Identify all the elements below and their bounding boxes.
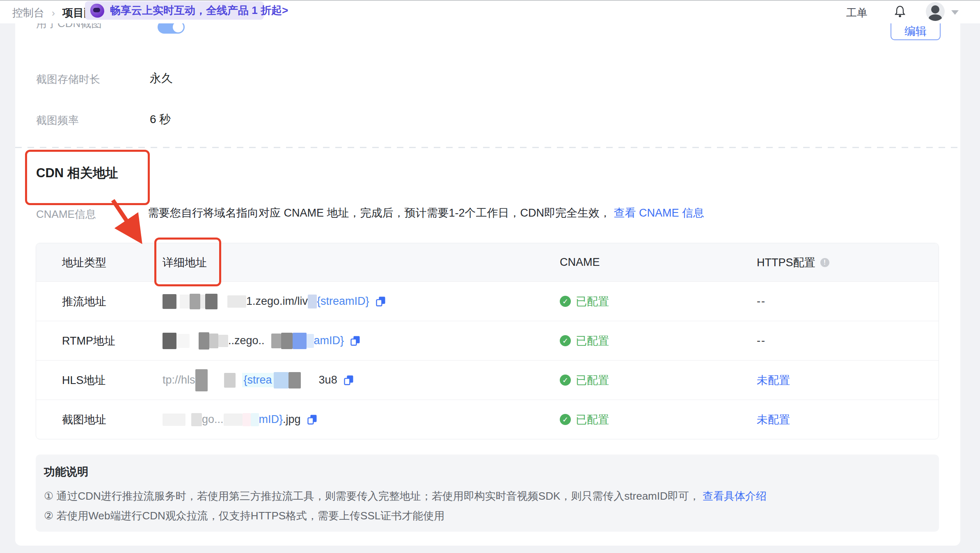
table-row: RTMP地址 ..zego.. amID} ✓已配置 --: [36, 321, 939, 360]
view-cname-link[interactable]: 查看 CNAME 信息: [614, 207, 705, 219]
mascot-icon: [90, 4, 104, 18]
copy-icon[interactable]: [375, 296, 387, 307]
redaction-block: [199, 332, 209, 350]
notes-line-2: ② 若使用Web端进行CDN观众拉流，仅支持HTTPS格式，需要上传SSL证书才…: [44, 509, 444, 523]
url-fragment: tp://hls: [163, 374, 195, 386]
row-detail-url: 1.zego.im/liv {streamID}: [137, 294, 534, 309]
redaction-block: [209, 334, 218, 348]
row-cname-status: ✓已配置: [534, 294, 731, 309]
redaction-block: [163, 414, 185, 426]
setting-value-storage-duration: 永久: [150, 71, 173, 86]
dashed-divider: [15, 147, 960, 148]
redaction-block: [243, 413, 251, 426]
view-details-link[interactable]: 查看具体介绍: [703, 490, 767, 502]
https-configure-link[interactable]: 未配置: [757, 373, 790, 388]
redaction-block: [180, 295, 190, 308]
info-exclamation-icon[interactable]: !: [820, 258, 829, 267]
row-type: RTMP地址: [36, 334, 137, 348]
redaction-block: [251, 413, 259, 426]
header-https-config: HTTPS配置 !: [731, 255, 939, 270]
row-type: 截图地址: [36, 412, 137, 427]
cname-desc-text: 需要您自行将域名指向对应 CNAME 地址，完成后，预计需要1-2个工作日，CD…: [148, 207, 611, 219]
redaction-block: [163, 333, 176, 349]
url-tail: 3u8: [319, 374, 337, 386]
table-header-row: 地址类型 详细地址 CNAME HTTPS配置 !: [36, 243, 939, 281]
header-cname: CNAME: [534, 256, 731, 269]
setting-value-screenshot-frequency: 6 秒: [150, 112, 171, 127]
header-detail-address: 详细地址: [137, 255, 534, 270]
promo-banner-arrow: >: [282, 4, 288, 17]
table-row: 推流地址 1.zego.im/liv {streamID} ✓已配置 --: [36, 281, 939, 321]
copy-icon[interactable]: [307, 414, 318, 425]
row-detail-url: go... mID} .jpg: [137, 413, 534, 426]
redaction-block: [190, 294, 200, 309]
avatar[interactable]: [926, 2, 945, 21]
table-row: 截图地址 go... mID} .jpg ✓已配置 未配置: [36, 400, 939, 439]
row-type: HLS地址: [36, 373, 137, 388]
url-stream-var: {strea: [242, 373, 274, 387]
feature-notes-box: 功能说明 ① 通过CDN进行推拉流服务时，若使用第三方推拉流工具，则需要传入完整…: [36, 455, 939, 532]
green-check-icon: ✓: [560, 414, 571, 425]
header-address-type: 地址类型: [36, 255, 137, 270]
redaction-block: [176, 334, 190, 348]
row-https-status: --: [731, 334, 939, 347]
redaction-block: [224, 414, 243, 426]
redaction-block: [308, 295, 317, 308]
redaction-block: [289, 372, 301, 388]
promo-banner-text: 畅享云上实时互动，全线产品 1 折起: [110, 3, 282, 18]
copy-icon[interactable]: [350, 335, 361, 347]
redaction-block: [218, 335, 228, 347]
url-fragment: go...: [202, 413, 224, 426]
cname-description: 需要您自行将域名指向对应 CNAME 地址，完成后，预计需要1-2个工作日，CD…: [148, 206, 704, 220]
row-cname-status: ✓已配置: [534, 412, 731, 427]
redaction-block: [163, 294, 176, 309]
row-detail-url: tp://hls {strea 3u8: [137, 369, 534, 391]
setting-label-screenshot-frequency: 截图频率: [36, 113, 79, 128]
green-check-icon: ✓: [560, 335, 571, 346]
https-configure-link[interactable]: 未配置: [757, 412, 790, 427]
breadcrumb-console[interactable]: 控制台: [12, 6, 44, 20]
notes-line-1: ① 通过CDN进行推拉流服务时，若使用第三方推拉流工具，则需要传入完整地址；若使…: [44, 489, 767, 503]
avatar-head: [931, 5, 939, 14]
redaction-block: [191, 413, 202, 426]
redaction-block: [293, 333, 307, 349]
notification-bell-icon[interactable]: [893, 5, 907, 19]
url-tail: .jpg: [283, 413, 301, 426]
table-row: HLS地址 tp://hls {strea 3u8 ✓已配置 未配置: [36, 360, 939, 400]
row-type: 推流地址: [36, 294, 137, 309]
url-fragment: 1.zego.im/liv: [246, 295, 308, 308]
redaction-block: [227, 295, 246, 308]
notes-title: 功能说明: [44, 464, 88, 479]
setting-label-storage-duration: 截图存储时长: [36, 72, 100, 87]
green-check-icon: ✓: [560, 296, 571, 307]
chevron-right-icon: ›: [52, 7, 55, 19]
avatar-body: [929, 14, 942, 21]
row-detail-url: ..zego.. amID}: [137, 332, 534, 350]
redaction-block: [195, 369, 208, 391]
redaction-block: [200, 295, 205, 308]
chevron-down-icon[interactable]: [951, 10, 959, 15]
url-stream-var: mID}: [259, 413, 283, 426]
promo-banner[interactable]: 畅享云上实时互动，全线产品 1 折起 >: [85, 1, 264, 20]
topbar: 控制台 › 项目配置 畅享云上实时互动，全线产品 1 折起 > 工单: [0, 0, 980, 23]
url-fragment: ..zego..: [228, 334, 265, 347]
row-cname-status: ✓已配置: [534, 373, 731, 388]
redaction-block: [271, 334, 281, 348]
cdn-section-title: CDN 相关地址: [36, 165, 118, 182]
green-check-icon: ✓: [560, 375, 571, 386]
redaction-block: [281, 333, 293, 349]
cname-info-label: CNAME信息: [36, 207, 96, 222]
copy-icon[interactable]: [343, 375, 355, 386]
row-https-status: 未配置: [731, 412, 939, 427]
url-stream-var: amID}: [314, 334, 344, 347]
redaction-block: [224, 373, 236, 388]
row-https-status: 未配置: [731, 373, 939, 388]
redaction-block: [274, 372, 289, 388]
ticket-link[interactable]: 工单: [846, 6, 868, 20]
cdn-address-table: 地址类型 详细地址 CNAME HTTPS配置 ! 推流地址 1.zego.im…: [36, 243, 939, 439]
url-stream-var: {streamID}: [317, 295, 369, 308]
row-https-status: --: [731, 295, 939, 308]
redaction-block: [205, 294, 218, 309]
row-cname-status: ✓已配置: [534, 334, 731, 348]
redaction-block: [307, 334, 314, 348]
